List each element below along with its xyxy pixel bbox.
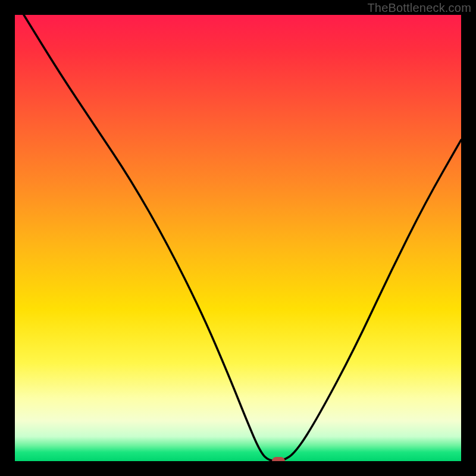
plot-area xyxy=(15,15,461,461)
optimal-marker xyxy=(272,457,285,461)
watermark-text: TheBottleneck.com xyxy=(367,1,471,15)
chart-frame: TheBottleneck.com xyxy=(0,0,476,476)
bottleneck-curve xyxy=(15,15,461,461)
